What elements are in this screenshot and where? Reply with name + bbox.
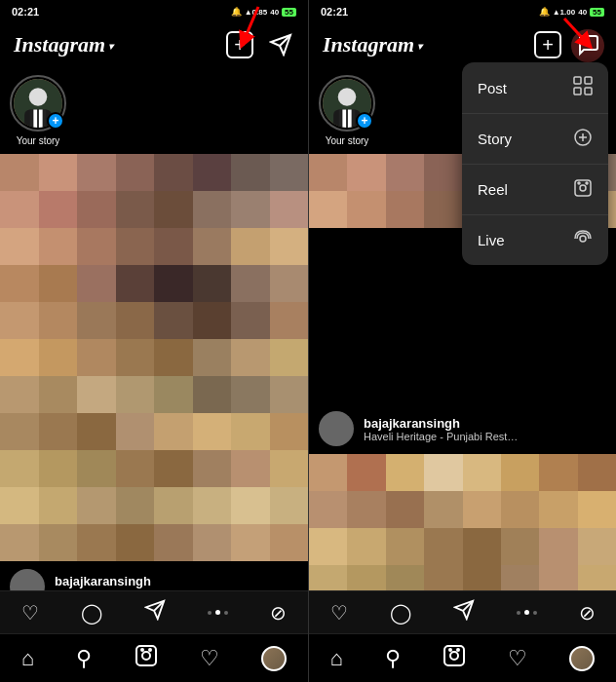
left-like-icon[interactable]: ♡ — [21, 601, 39, 625]
svg-rect-18 — [342, 109, 346, 128]
right-dropdown-menu: Post Story Reel — [462, 62, 608, 265]
svg-rect-22 — [574, 88, 581, 95]
left-share-icon[interactable] — [144, 599, 166, 625]
right-time: 02:21 — [321, 6, 348, 18]
left-your-story[interactable]: + Your story — [10, 75, 66, 146]
right-share-icon[interactable] — [453, 599, 475, 625]
right-nav-avatar[interactable] — [569, 646, 595, 671]
svg-point-31 — [580, 236, 586, 242]
right-status-icons: 🔔 ▲1.00 40 55 — [539, 7, 604, 17]
right-nav-search-icon[interactable]: ⚲ — [385, 646, 401, 671]
right-post-username: bajajkaransingh — [364, 416, 606, 431]
pixel-row — [0, 228, 308, 265]
svg-point-3 — [29, 88, 48, 106]
right-dropdown-post[interactable]: Post — [462, 62, 608, 114]
right-header: Instagram ▾ + — [309, 23, 616, 66]
pixel-row — [0, 339, 308, 376]
svg-rect-20 — [574, 77, 581, 84]
left-nav-search-icon[interactable]: ⚲ — [76, 646, 92, 671]
svg-rect-5 — [30, 109, 47, 128]
svg-point-28 — [580, 185, 586, 191]
right-dropdown-reel-label: Reel — [478, 181, 508, 198]
right-live-icon — [573, 229, 593, 251]
pixel-row — [0, 450, 308, 487]
right-post-location: Haveli Heritage - Punjabi Restau... — [364, 431, 520, 442]
pixel-row — [0, 302, 308, 339]
svg-line-1 — [244, 7, 258, 41]
right-pixel-grid-2 — [309, 454, 616, 602]
right-dropdown-story[interactable]: Story — [462, 114, 608, 165]
svg-rect-32 — [444, 646, 464, 665]
left-messages-button[interactable] — [267, 31, 294, 58]
left-header-icons: + — [226, 31, 294, 58]
left-story-add-icon[interactable]: + — [47, 112, 64, 130]
left-nav-reels-icon[interactable] — [135, 644, 158, 672]
svg-rect-8 — [136, 646, 156, 665]
left-stories-bar: + Your story — [0, 66, 308, 154]
right-header-icons: + — [534, 31, 602, 58]
right-post-grid-icon — [573, 76, 593, 99]
right-your-story[interactable]: + Your story — [319, 75, 375, 146]
right-dot-nav — [517, 610, 537, 615]
right-status-bar: 02:21 🔔 ▲1.00 40 55 — [309, 0, 616, 23]
left-post-username: bajajkaransingh — [55, 574, 298, 588]
pixel-row — [0, 376, 308, 413]
right-nav-home-icon[interactable]: ⌂ — [330, 646, 343, 671]
svg-rect-21 — [585, 77, 592, 84]
right-like-icon[interactable]: ♡ — [330, 601, 348, 625]
left-nav-heart-icon[interactable]: ♡ — [200, 646, 219, 671]
svg-point-29 — [578, 182, 580, 184]
svg-rect-17 — [339, 109, 356, 128]
left-dot-nav — [208, 610, 228, 615]
right-dropdown-post-label: Post — [478, 80, 507, 96]
right-story-add-icon[interactable]: + — [356, 112, 373, 130]
svg-point-9 — [142, 652, 150, 660]
left-comment-icon[interactable]: ◯ — [81, 601, 102, 625]
left-time: 02:21 — [12, 6, 39, 18]
svg-point-35 — [457, 649, 459, 651]
right-add-post-button[interactable]: + — [534, 31, 561, 58]
right-action-bar: ♡ ◯ ⊘ — [309, 590, 616, 633]
right-instagram-logo: Instagram ▾ — [323, 32, 422, 57]
right-post-user-bar: bajajkaransingh Haveli Heritage - Punjab… — [309, 403, 616, 454]
right-comment-icon[interactable]: ◯ — [390, 601, 411, 625]
pixel-row — [0, 487, 308, 524]
svg-point-11 — [149, 649, 151, 651]
right-chevron-icon: ▾ — [417, 41, 422, 52]
svg-point-34 — [449, 649, 451, 651]
pixel-row — [0, 191, 308, 228]
left-instagram-logo: Instagram ▾ — [14, 32, 113, 57]
left-header: Instagram ▾ + — [0, 23, 308, 66]
svg-point-30 — [586, 182, 588, 184]
left-action-bar: ♡ ◯ ⊘ — [0, 590, 308, 633]
pixel-row — [0, 413, 308, 450]
right-reel-icon — [573, 178, 593, 201]
svg-rect-23 — [585, 88, 592, 95]
pixel-row — [0, 154, 308, 191]
left-nav-avatar[interactable] — [261, 646, 287, 671]
left-bookmark-icon[interactable]: ⊘ — [270, 601, 287, 625]
right-messages-button[interactable] — [575, 31, 602, 58]
svg-point-10 — [141, 649, 143, 651]
left-nav-home-icon[interactable]: ⌂ — [21, 646, 34, 671]
right-dropdown-live-label: Live — [478, 232, 505, 248]
right-dropdown-story-label: Story — [478, 131, 512, 147]
right-post-avatar — [319, 411, 354, 446]
right-nav-heart-icon[interactable]: ♡ — [508, 646, 527, 671]
right-dropdown-live[interactable]: Live — [462, 215, 608, 265]
left-add-button-container: + — [226, 31, 253, 58]
svg-rect-6 — [33, 109, 37, 128]
left-bottom-nav: ⌂ ⚲ ♡ — [0, 633, 308, 682]
right-bookmark-icon[interactable]: ⊘ — [579, 601, 596, 625]
right-phone: 02:21 🔔 ▲1.00 40 55 Instagram ▾ + — [308, 0, 616, 682]
right-nav-reels-icon[interactable] — [443, 644, 466, 672]
right-post-user-info: bajajkaransingh Haveli Heritage - Punjab… — [364, 416, 606, 442]
pixel-row — [0, 524, 308, 561]
right-story-plus-icon — [573, 128, 593, 150]
right-story-label: Your story — [326, 135, 369, 146]
left-story-label: Your story — [17, 135, 60, 146]
svg-rect-7 — [39, 109, 43, 128]
right-dropdown-reel[interactable]: Reel — [462, 165, 608, 215]
svg-point-33 — [450, 652, 458, 660]
pixel-row — [0, 265, 308, 302]
